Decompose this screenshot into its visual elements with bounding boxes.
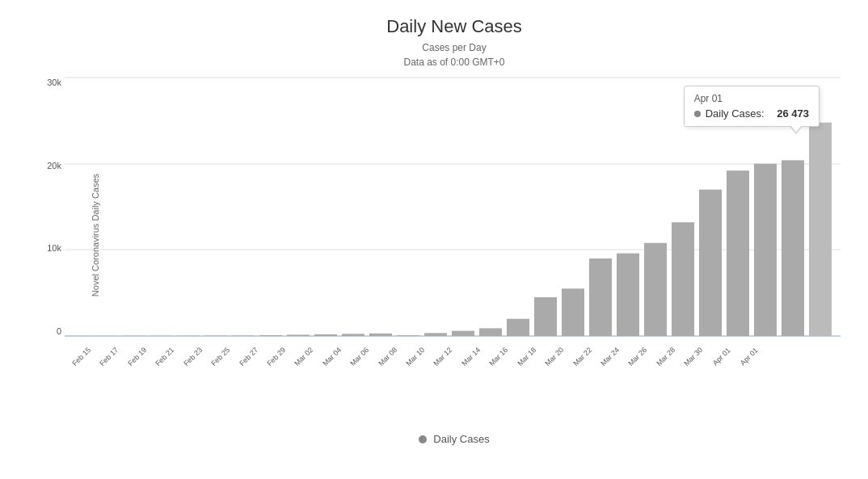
- bar-mar10: [397, 335, 419, 336]
- bar-mar06: [342, 334, 364, 336]
- bar-mar24: [589, 258, 612, 336]
- bar-mar26b: [672, 222, 694, 336]
- chart-plot-area: Novel Coronavirus Daily Cases 30k 20k 10…: [65, 78, 844, 393]
- tooltip-row: Daily Cases: 26 473: [694, 107, 809, 120]
- bar-mar02: [287, 334, 310, 336]
- bar-mar12: [424, 333, 447, 336]
- bar-mar04: [314, 334, 337, 336]
- bar-mar20: [534, 297, 557, 336]
- y-tick-0: 0: [29, 326, 61, 336]
- bar-mar30b: [782, 160, 804, 336]
- x-axis: Feb 15 Feb 17 Feb 19 Feb 21 Feb 23 Feb 2…: [65, 354, 844, 362]
- legend: Daily Cases: [65, 433, 844, 445]
- y-axis-label: Novel Coronavirus Daily Cases: [91, 154, 100, 316]
- y-axis-ticks: 30k 20k 10k 0: [29, 78, 61, 336]
- tooltip-date: Apr 01: [694, 93, 809, 104]
- y-tick-30k: 30k: [29, 78, 61, 87]
- legend-label: Daily Cases: [433, 433, 489, 445]
- bar-mar08: [369, 334, 392, 336]
- bar-mar22: [562, 288, 584, 336]
- y-tick-10k: 10k: [29, 243, 61, 253]
- tooltip-label: Daily Cases:: [706, 107, 765, 120]
- bar-mar14: [452, 331, 474, 336]
- chart-title: Daily New Cases: [65, 16, 844, 37]
- bar-mar16: [479, 328, 502, 336]
- bar-feb25: [204, 336, 227, 337]
- bar-apr01: [809, 123, 832, 336]
- bar-mar26: [617, 254, 639, 336]
- tooltip-dot-icon: [694, 111, 701, 117]
- tooltip-value: 26 473: [777, 107, 809, 120]
- tooltip-arrow-inner: [790, 125, 802, 132]
- y-tick-20k: 20k: [29, 161, 61, 170]
- bar-feb27: [232, 335, 255, 336]
- bar-mar28: [699, 190, 722, 336]
- chart-subtitle: Cases per Day Data as of 0:00 GMT+0: [65, 40, 844, 69]
- tooltip: Apr 01 Daily Cases: 26 473: [684, 86, 820, 127]
- chart-container: Daily New Cases Cases per Day Data as of…: [0, 0, 868, 479]
- legend-dot-icon: [419, 435, 427, 443]
- bar-mar24b: [644, 243, 667, 336]
- bar-mar30: [754, 164, 777, 336]
- bar-mar18: [507, 319, 529, 336]
- bar-mar28b: [727, 170, 749, 336]
- bar-feb29: [259, 335, 282, 336]
